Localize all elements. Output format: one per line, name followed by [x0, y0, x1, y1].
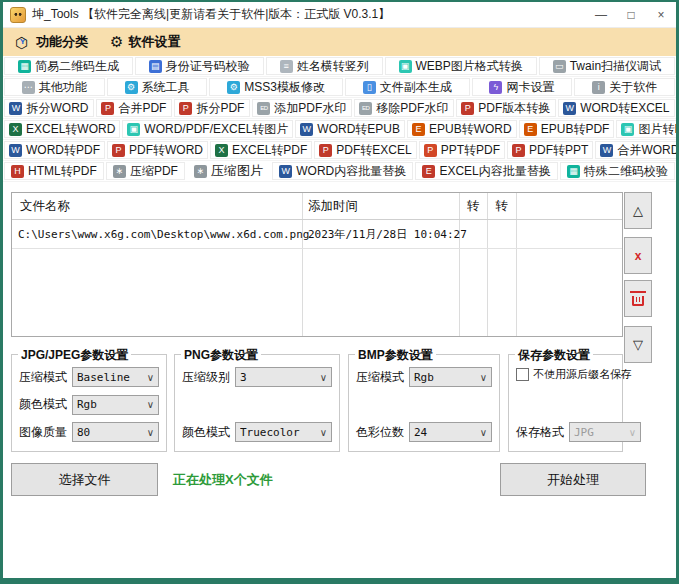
- toolbar-button[interactable]: XEXCEL转WORD: [4, 120, 120, 138]
- qrcode-icon: ▦: [567, 165, 580, 178]
- window-title: 坤_Tools 【软件完全离线|更新请看关于软件|版本：正式版 V0.3.1】: [32, 6, 390, 23]
- toolbar-button[interactable]: W合并WORD: [595, 141, 679, 159]
- select-file-button[interactable]: 选择文件: [11, 463, 158, 496]
- toolbar-button[interactable]: EEPUB转PDF: [519, 120, 615, 138]
- chevron-down-icon: ∨: [320, 427, 327, 438]
- clear-list-button[interactable]: [624, 280, 652, 317]
- compress-icon: ∗: [194, 165, 207, 178]
- toolbar-button[interactable]: ϟ网卡设置: [472, 78, 573, 96]
- toolbar-button-label: 特殊二维码校验: [584, 163, 668, 180]
- field-label: 色彩位数: [356, 424, 404, 441]
- field-label: 颜色模式: [182, 424, 230, 441]
- toolbar-button[interactable]: EEPUB转WORD: [407, 120, 517, 138]
- toolbar-button-label: WORD/PDF/EXCEL转图片: [144, 121, 288, 138]
- word-doc-icon: W: [279, 165, 292, 178]
- column-header-addtime[interactable]: 添加时间: [308, 193, 358, 219]
- field-label: 保存格式: [516, 424, 564, 441]
- png-compression-level-select[interactable]: 3 ∨: [235, 367, 332, 387]
- toolbar-button[interactable]: ▤身份证号码校验: [135, 57, 264, 75]
- titlebar: 坤_Tools 【软件完全离线|更新请看关于软件|版本：正式版 V0.3.1】 …: [3, 2, 676, 28]
- column-header-convert2[interactable]: 转: [487, 193, 516, 219]
- toolbar-button[interactable]: ≡姓名横转竖列: [266, 57, 383, 75]
- toolbar-button[interactable]: ▯文件副本生成: [345, 78, 470, 96]
- toolbar-button[interactable]: i关于软件: [574, 78, 675, 96]
- gear-icon: ⚙: [110, 34, 123, 50]
- toolbar-button[interactable]: PPDF转WORD: [107, 141, 208, 159]
- toolbar-button[interactable]: ED移除PDF水印: [354, 99, 454, 117]
- column-header-convert1[interactable]: 转: [459, 193, 487, 219]
- word-doc-icon: W: [600, 144, 613, 157]
- table-row[interactable]: C:\Users\www.x6g.com\Desktop\www.x6d.com…: [12, 220, 622, 249]
- toolbar-button[interactable]: WWORD转PDF: [4, 141, 105, 159]
- toolbar-button-label: PDF版本转换: [478, 100, 550, 117]
- toolbar-button-label: 合并PDF: [118, 100, 166, 117]
- jpg-compression-mode-select[interactable]: Baseline ∨: [72, 367, 159, 387]
- toolbar-button[interactable]: EEXCEL内容批量替换: [415, 162, 558, 180]
- maximize-button[interactable]: □: [616, 2, 646, 27]
- toolbar-button[interactable]: WWORD转EPUB: [295, 120, 405, 138]
- bmp-compression-mode-select[interactable]: Rgb ∨: [409, 367, 492, 387]
- bmp-color-depth-select[interactable]: 24 ∨: [409, 422, 492, 442]
- toolbar-button-label: WORD转EPUB: [317, 121, 400, 138]
- toolbar-button[interactable]: XEXCEL转PDF: [210, 141, 312, 159]
- toolbar-button[interactable]: PPPT转PDF: [419, 141, 505, 159]
- toolbar-button[interactable]: ▭Twain扫描仪调试: [539, 57, 675, 75]
- toolbar-button[interactable]: ⚙系统工具: [107, 78, 208, 96]
- system-tools-gear-icon: ⚙: [125, 81, 138, 94]
- move-up-button[interactable]: △: [624, 192, 652, 229]
- toolbar-button[interactable]: ▣WEBP图片格式转换: [385, 57, 537, 75]
- toolbar-button-label: EXCEL内容批量替换: [439, 163, 550, 180]
- pdf-icon: P: [112, 144, 125, 157]
- parameter-groups: JPG/JPEG参数设置 压缩模式 Baseline ∨ 颜色模式 Rgb ∨: [11, 348, 653, 452]
- toolbar-button[interactable]: WWORD转EXCEL: [558, 99, 675, 117]
- minimize-button[interactable]: —: [586, 2, 616, 27]
- toolbar-button-label: 合并WORD: [617, 142, 679, 159]
- toolbar-button[interactable]: ED添加PDF水印: [252, 99, 352, 117]
- toolbar-button[interactable]: P拆分PDF: [174, 99, 250, 117]
- toolbar-button[interactable]: ▦特殊二维码校验: [560, 162, 675, 180]
- no-source-suffix-checkbox[interactable]: 不使用源后缀名保存: [516, 367, 615, 382]
- toolbar-button[interactable]: ∗压缩PDF: [106, 162, 185, 180]
- toolbar-button[interactable]: PPDF转PPT: [507, 141, 593, 159]
- toolbar-button[interactable]: ▦简易二维码生成: [4, 57, 133, 75]
- remove-file-button[interactable]: x: [624, 237, 652, 274]
- chevron-down-icon: ∨: [480, 372, 487, 383]
- pdf-icon: P: [461, 102, 474, 115]
- file-copy-icon: ▯: [363, 81, 376, 94]
- toolbar-button[interactable]: ⋯其他功能: [4, 78, 105, 96]
- toolbar-button[interactable]: PPDF转EXCEL: [314, 141, 416, 159]
- toolbar-button[interactable]: PPDF版本转换: [456, 99, 556, 117]
- remove-file-icon: x: [635, 249, 642, 263]
- toolbar-button[interactable]: HHTML转PDF: [4, 162, 104, 180]
- jpg-color-mode-select[interactable]: Rgb ∨: [72, 395, 159, 415]
- select-value: JPG: [574, 426, 629, 439]
- column-header-filename[interactable]: 文件名称: [20, 193, 70, 219]
- png-color-mode-select[interactable]: Truecolor ∨: [235, 422, 332, 442]
- column-divider: [516, 193, 517, 336]
- toolbar-button[interactable]: ▣图片转PDF: [616, 120, 679, 138]
- toolbar-button-label: 网卡设置: [506, 79, 554, 96]
- toolbar-button-label: EXCEL转PDF: [232, 142, 307, 159]
- category-hexagon-icon: ⬡Y: [15, 34, 31, 51]
- menu-software-settings[interactable]: ⚙ 软件设置: [110, 33, 180, 51]
- toolbar-button[interactable]: P合并PDF: [96, 99, 172, 117]
- toolbar-row: ⋯其他功能⚙系统工具⚙MSS3模板修改▯文件副本生成ϟ网卡设置i关于软件: [3, 77, 676, 98]
- toolbar-button[interactable]: ⚙MSS3模板修改: [209, 78, 342, 96]
- trash-icon: [632, 296, 644, 306]
- toolbar-button[interactable]: ▣WORD/PDF/EXCEL转图片: [122, 120, 293, 138]
- close-button[interactable]: ×: [646, 2, 676, 27]
- start-processing-button[interactable]: 开始处理: [500, 463, 646, 496]
- toolbar-button-label: MSS3模板修改: [244, 79, 325, 96]
- toolbar-button[interactable]: ∗压缩图片: [187, 162, 270, 180]
- toolbar-button[interactable]: WWORD内容批量替换: [272, 162, 413, 180]
- menu-function-category[interactable]: ⬡Y 功能分类: [15, 33, 88, 51]
- jpg-quality-select[interactable]: 80 ∨: [72, 422, 159, 442]
- file-path-cell: C:\Users\www.x6g.com\Desktop\www.x6d.com…: [18, 220, 309, 249]
- toolbar-button-label: 移除PDF水印: [376, 100, 448, 117]
- window-controls: — □ ×: [586, 2, 676, 27]
- toolbar-button-label: 图片转PDF: [638, 121, 679, 138]
- toolbar-button[interactable]: W拆分WORD: [4, 99, 94, 117]
- pdf-icon: P: [512, 144, 525, 157]
- select-value: Truecolor: [240, 426, 320, 439]
- image-icon: ▣: [621, 123, 634, 136]
